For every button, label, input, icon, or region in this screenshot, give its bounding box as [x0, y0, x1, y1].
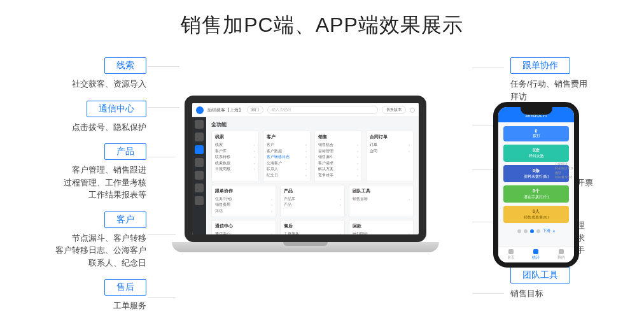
chevron-right-icon: › [357, 173, 358, 179]
pc-topbar: 励销搜客【上海】 部门 输入关键词 切换版本 [192, 103, 419, 117]
sidebar-item[interactable] [195, 196, 204, 205]
pc-search-input[interactable]: 输入关键词 [267, 106, 378, 114]
side-stat: 时长统计 0:0 [555, 166, 573, 171]
phone-tab[interactable]: 统计 [532, 249, 540, 261]
sidebar-item[interactable] [195, 120, 204, 129]
feature-tag-aftersale: 售后 [104, 279, 146, 296]
pc-panel-item[interactable]: 订单› [370, 142, 410, 148]
pc-panel-item[interactable]: 销售机会› [318, 142, 358, 148]
pc-panel: 回款计划回款›回款›开票› [349, 220, 414, 234]
pc-panel: 客户客户›客户数据›客户转移日志›公海客户›联系人›纪念日› [263, 131, 311, 182]
pc-panel: 通信中心通话中心› [211, 220, 276, 234]
pc-panel-item[interactable]: 公海客户› [267, 161, 307, 167]
feature-desc: 社交获客、资源导入 [38, 78, 146, 90]
chevron-right-icon: › [254, 142, 255, 148]
pc-panel-item[interactable]: 拜访› [215, 208, 272, 215]
pc-panel: 合同订单订单›合同› [366, 131, 414, 182]
pc-panel-item[interactable]: 销售费用› [215, 202, 272, 208]
sidebar-item[interactable] [195, 158, 204, 167]
phone-side-stats: 公司统计时长统计 0:0通话呼叫量 0:0:0 [555, 162, 573, 180]
sidebar-item[interactable] [195, 133, 204, 141]
pc-switch-version[interactable]: 切换版本 [382, 106, 406, 114]
pc-panel-item[interactable]: 销售漏斗› [318, 154, 358, 161]
chevron-right-icon: › [254, 161, 255, 167]
pc-panel-item[interactable]: 产品› [284, 202, 341, 208]
chevron-right-icon: › [409, 231, 410, 234]
feature-tag-team: 团队工具 [510, 267, 570, 283]
pc-panel-item[interactable]: 合同› [370, 148, 410, 155]
stepper-dot-icon [536, 229, 540, 233]
stat-card[interactable]: 0次呼叫次数 [503, 145, 569, 162]
stat-card[interactable]: 0拨打 [503, 126, 569, 141]
feature-block: 通信中心 点击拨号、隐私保护 [38, 101, 146, 134]
phone-tab[interactable]: 首页 [507, 249, 515, 261]
chevron-right-icon: › [357, 166, 358, 173]
avatar-icon[interactable] [196, 106, 204, 114]
pc-panel-title: 线索 [215, 134, 255, 140]
pc-panel-item[interactable]: 任务/行动› [215, 196, 272, 203]
pc-panel-item[interactable]: 竞争对手› [318, 173, 358, 179]
laptop-base [172, 242, 439, 252]
tab-label: 我的 [557, 255, 565, 261]
pc-panel-item[interactable]: 线索数据› [215, 161, 255, 167]
pc-panel-item[interactable]: 客户转移日志› [267, 154, 307, 161]
pc-panel-item[interactable]: 联系人› [267, 166, 307, 173]
chevron-right-icon: › [254, 148, 255, 155]
chevron-right-icon: › [305, 142, 307, 148]
bell-icon[interactable] [410, 108, 415, 113]
feature-block: 跟单协作 任务/行动、销售费用 拜访 [510, 57, 619, 103]
feature-desc: 销售目标 [510, 287, 619, 300]
pc-panel-item[interactable]: 客户数据› [267, 148, 307, 155]
pc-panel-item[interactable]: 计划回款› [353, 231, 410, 234]
pc-panel-item[interactable]: 客户› [267, 142, 307, 148]
pc-panel-title: 产品 [284, 188, 341, 194]
connector-line [472, 293, 504, 294]
phone-body: 0拨打0次呼叫次数0条资料未拨打(条)0个潜在手拨打(个)0人销售成单量(名)下… [498, 122, 574, 238]
stat-card[interactable]: 0个潜在手拨打(个) [503, 185, 569, 203]
pc-panel-item[interactable]: 线索› [215, 142, 255, 148]
feature-block: 产品 客户管理、销售跟进 过程管理、工作量考核 工作结果报表等 [38, 143, 146, 201]
chevron-right-icon: › [357, 154, 358, 161]
phone-mockup: 通话统计 0拨打0次呼叫次数0条资料未拨打(条)0个潜在手拨打(个)0人销售成单… [493, 102, 579, 268]
chevron-right-icon: › [254, 166, 255, 173]
phone-frame: 通话统计 0拨打0次呼叫次数0条资料未拨打(条)0个潜在手拨打(个)0人销售成单… [493, 102, 579, 268]
phone-tab[interactable]: 我的 [557, 249, 565, 261]
pc-panel-item[interactable]: 通话中心› [215, 231, 272, 234]
page-title: 销售加PC端、APP端效果展示 [0, 11, 644, 39]
pc-panel-item[interactable]: 解决方案› [318, 166, 358, 173]
pc-panel-item[interactable]: 联系转移› [215, 154, 255, 161]
feature-tag-clue: 线索 [104, 57, 146, 74]
sidebar-item[interactable] [195, 183, 204, 192]
sidebar-item-active[interactable] [195, 145, 204, 154]
feature-block: 客户 节点漏斗、客户转移 客户转移日志、公海客户 联系人、纪念日 [38, 212, 146, 269]
pc-panel-item[interactable]: 目标管理› [318, 148, 358, 155]
pc-panel-item[interactable]: 销售目标› [353, 196, 410, 203]
pc-panel: 销售销售机会›目标管理›销售漏斗›客户需求›解决方案›竞争对手› [314, 131, 362, 182]
sidebar-item[interactable] [195, 171, 204, 180]
pc-content: 全功能 线索线索›客户库›联系转移›线索数据›日报周报›客户客户›客户数据›客户… [206, 117, 419, 234]
tab-icon [533, 249, 538, 254]
pc-panel-item[interactable]: 日报周报› [215, 166, 255, 173]
chevron-right-icon: › [305, 148, 307, 155]
stat-card[interactable]: 0人销售成单量(名) [503, 206, 569, 223]
feature-desc: 客户管理、销售跟进 过程管理、工作量考核 工作结果报表等 [38, 164, 146, 201]
pc-scope-chip[interactable]: 部门 [247, 106, 263, 114]
feature-tag-comm: 通信中心 [87, 101, 146, 117]
chevron-right-icon: › [340, 196, 341, 203]
stepper-dot-icon [524, 229, 528, 233]
chevron-right-icon: › [409, 142, 410, 148]
pc-panel-item[interactable]: 工单服务› [284, 231, 341, 234]
pc-panel-item[interactable]: 产品库› [284, 196, 341, 203]
pc-panel-item[interactable]: 纪念日› [267, 173, 307, 179]
chevron-right-icon: › [305, 154, 307, 161]
chevron-right-icon: › [357, 148, 358, 155]
pc-panel: 线索线索›客户库›联系转移›线索数据›日报周报› [211, 131, 259, 182]
pc-panel-item[interactable]: 客户需求› [318, 161, 358, 167]
feature-tag-product: 产品 [104, 143, 146, 160]
laptop-hinge [283, 242, 328, 246]
pc-panel-title: 跟单协作 [215, 188, 272, 194]
pc-brand: 励销搜客【上海】 [207, 107, 243, 113]
pc-panel-title: 通信中心 [215, 223, 272, 229]
pc-panel-item[interactable]: 客户库› [215, 148, 255, 155]
feature-block: 售后 工单服务 [38, 279, 146, 312]
